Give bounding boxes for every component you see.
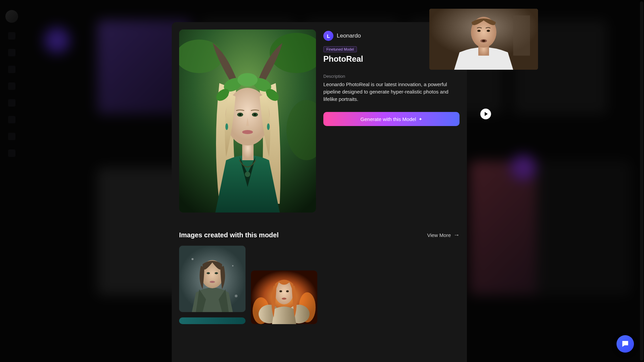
example-thumbnail[interactable] (179, 317, 246, 324)
chat-icon (621, 340, 630, 348)
description-label: Description (323, 74, 460, 79)
svg-point-41 (487, 30, 490, 32)
svg-point-35 (282, 298, 286, 300)
arrow-right-icon: → (453, 232, 460, 239)
video-pip[interactable] (429, 9, 538, 70)
svg-point-22 (235, 295, 237, 297)
svg-point-43 (482, 40, 485, 42)
sparkle-icon: ✦ (419, 117, 422, 122)
svg-rect-37 (513, 15, 530, 56)
model-detail-modal: L Leonardo Finetuned Model PhotoReal Des… (172, 22, 467, 362)
author-name: Leonardo (337, 33, 361, 39)
example-thumbnail[interactable] (179, 246, 246, 312)
view-more-link[interactable]: View More → (427, 232, 460, 239)
svg-point-26 (210, 281, 215, 283)
description-text: Leonardo PhotoReal is our latest innovat… (323, 81, 460, 103)
svg-point-13 (239, 114, 241, 116)
generate-button[interactable]: Generate with this Model ✦ (323, 112, 460, 126)
svg-point-8 (237, 73, 258, 86)
chat-fab[interactable] (616, 335, 634, 353)
svg-point-18 (267, 123, 270, 130)
view-more-label: View More (427, 232, 451, 238)
svg-point-15 (242, 130, 253, 134)
generate-button-label: Generate with this Model (361, 116, 416, 122)
svg-point-14 (254, 114, 256, 116)
example-thumbnail[interactable] (251, 270, 317, 324)
svg-point-25 (215, 272, 218, 274)
model-badge: Finetuned Model (323, 46, 357, 52)
section-title: Images created with this model (179, 231, 279, 239)
svg-point-34 (286, 290, 289, 292)
svg-point-20 (192, 258, 194, 260)
carousel-next-button[interactable] (480, 109, 491, 119)
svg-point-17 (225, 123, 228, 130)
model-hero-image (179, 29, 316, 213)
svg-point-24 (207, 272, 210, 274)
scrollbar[interactable] (640, 1, 643, 361)
svg-point-21 (232, 265, 233, 266)
svg-point-16 (245, 172, 250, 177)
svg-point-33 (279, 290, 282, 292)
example-thumbnails (179, 246, 460, 324)
author-avatar: L (323, 31, 333, 41)
svg-point-40 (477, 30, 481, 32)
